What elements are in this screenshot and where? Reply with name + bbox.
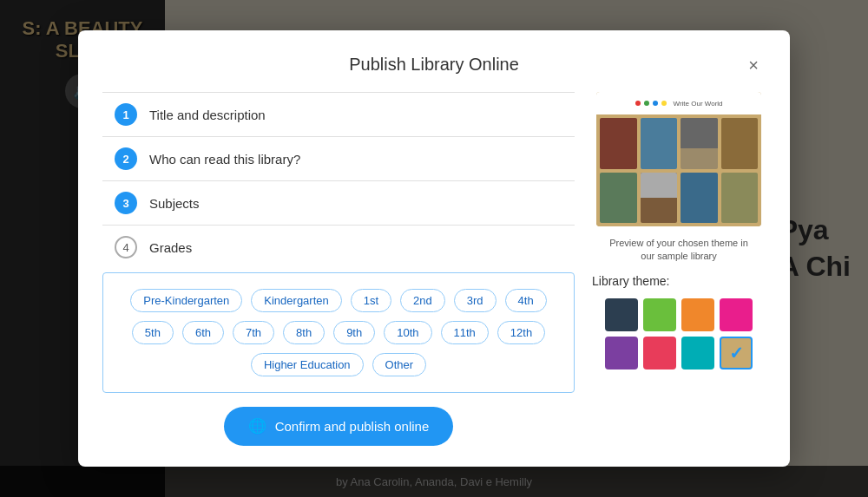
grade-4th[interactable]: 4th xyxy=(505,289,547,312)
publish-button[interactable]: 🌐 Confirm and publish online xyxy=(224,407,454,446)
grade-12th[interactable]: 12th xyxy=(497,321,545,344)
grade-chips: Pre-Kindergarten Kindergarten 1st 2nd 3r… xyxy=(115,289,562,376)
grade-9th[interactable]: 9th xyxy=(333,321,375,344)
modal-title: Publish Library Online xyxy=(349,55,519,75)
step-3[interactable]: 3 Subjects xyxy=(102,181,575,226)
publish-button-label: Confirm and publish online xyxy=(275,419,430,434)
step-3-label: Subjects xyxy=(149,196,200,211)
step-4-label: Grades xyxy=(149,240,192,255)
grade-7th[interactable]: 7th xyxy=(233,321,274,344)
grade-higher-ed[interactable]: Higher Education xyxy=(251,353,364,376)
grade-k[interactable]: Kindergarten xyxy=(251,289,341,312)
theme-orange[interactable] xyxy=(681,298,714,331)
preview-header: Write Our World xyxy=(596,92,761,114)
step-2[interactable]: 2 Who can read this library? xyxy=(102,137,575,181)
globe-icon: 🌐 xyxy=(248,417,266,435)
grade-1st[interactable]: 1st xyxy=(351,289,391,312)
grade-other[interactable]: Other xyxy=(372,353,427,376)
grade-pre-k[interactable]: Pre-Kindergarten xyxy=(130,289,242,312)
step-2-badge: 2 xyxy=(115,147,137,170)
library-preview: Write Our World xyxy=(596,92,761,226)
modal-right: Write Our World xyxy=(592,92,766,446)
theme-purple[interactable] xyxy=(605,337,638,369)
modal-backdrop: Publish Library Online × 1 Title and des… xyxy=(0,0,868,497)
theme-grid: ✓ xyxy=(605,298,753,369)
grade-8th[interactable]: 8th xyxy=(283,321,325,344)
publish-modal: Publish Library Online × 1 Title and des… xyxy=(78,30,790,467)
step-3-badge: 3 xyxy=(115,192,137,214)
modal-header: Publish Library Online × xyxy=(102,55,766,75)
grade-3rd[interactable]: 3rd xyxy=(454,289,496,312)
step-1[interactable]: 1 Title and description xyxy=(102,92,575,137)
theme-label: Library theme: xyxy=(592,274,669,288)
grade-6th[interactable]: 6th xyxy=(182,321,224,344)
step-1-badge: 1 xyxy=(115,103,137,126)
step-2-label: Who can read this library? xyxy=(149,152,300,167)
preview-caption: Preview of your chosen theme in our samp… xyxy=(609,237,748,264)
theme-wood[interactable]: ✓ xyxy=(720,337,753,369)
theme-red[interactable] xyxy=(643,337,676,369)
theme-teal[interactable] xyxy=(681,337,714,369)
step-4[interactable]: 4 Grades xyxy=(102,226,575,269)
theme-green[interactable] xyxy=(643,298,676,331)
grade-10th[interactable]: 10th xyxy=(384,321,431,344)
grades-section: Pre-Kindergarten Kindergarten 1st 2nd 3r… xyxy=(102,272,575,393)
step-1-label: Title and description xyxy=(149,108,266,122)
theme-selected-check: ✓ xyxy=(729,343,744,363)
step-4-badge: 4 xyxy=(115,236,137,258)
grade-11th[interactable]: 11th xyxy=(441,321,489,344)
grade-2nd[interactable]: 2nd xyxy=(400,289,445,312)
theme-dark[interactable] xyxy=(605,298,638,331)
close-button[interactable]: × xyxy=(741,53,766,77)
theme-pink[interactable] xyxy=(720,298,753,331)
modal-body: 1 Title and description 2 Who can read t… xyxy=(102,92,766,446)
modal-left: 1 Title and description 2 Who can read t… xyxy=(102,92,575,446)
grade-5th[interactable]: 5th xyxy=(132,321,174,344)
